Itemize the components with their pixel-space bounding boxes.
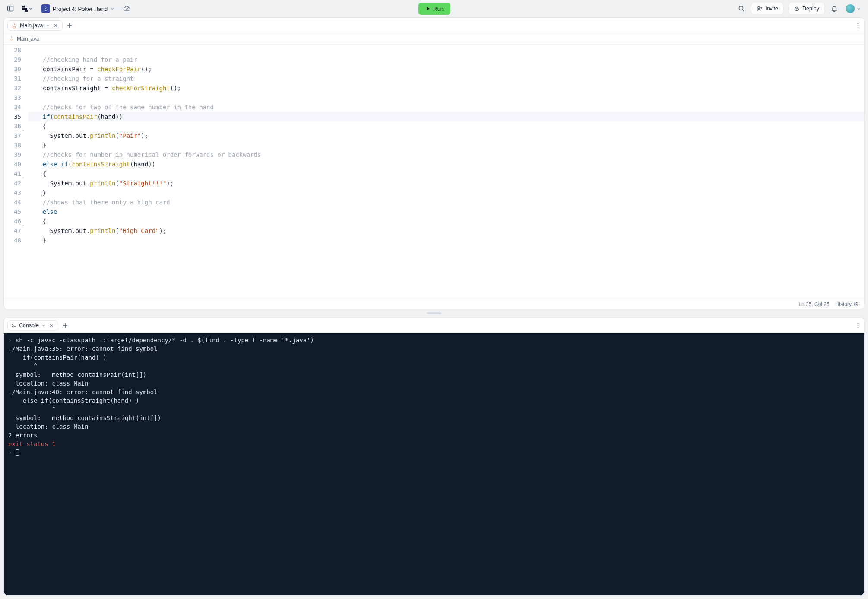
account-menu[interactable] bbox=[844, 2, 863, 15]
code-line[interactable]: { bbox=[28, 169, 864, 178]
code-line[interactable] bbox=[28, 45, 864, 55]
invite-button[interactable]: Invite bbox=[751, 3, 784, 14]
svg-rect-0 bbox=[8, 6, 13, 11]
chevron-down-icon bbox=[110, 6, 114, 11]
gutter-line: 30 bbox=[4, 64, 21, 74]
cloud-check-icon bbox=[123, 6, 131, 12]
gutter-line: 43 bbox=[4, 188, 21, 198]
console-line: ^ bbox=[8, 362, 860, 370]
toggle-sidebar-button[interactable] bbox=[5, 3, 16, 14]
code-line[interactable]: else bbox=[28, 207, 864, 217]
code-line[interactable]: //checking hand for a pair bbox=[28, 55, 864, 64]
panel-icon bbox=[7, 5, 14, 12]
code-line[interactable]: } bbox=[28, 188, 864, 198]
gutter-line: 31 bbox=[4, 74, 21, 83]
editor-tab-label: Main.java bbox=[20, 22, 43, 29]
chevron-down-icon bbox=[41, 323, 46, 328]
bell-icon bbox=[831, 5, 838, 12]
svg-point-10 bbox=[796, 8, 797, 9]
code-line[interactable]: System.out.println("Pair"); bbox=[28, 131, 864, 140]
fold-chevron-icon[interactable]: ⌄ bbox=[22, 172, 25, 182]
history-button[interactable]: History bbox=[836, 301, 859, 307]
editor-breadcrumb[interactable]: Main.java bbox=[4, 33, 864, 45]
console-prompt-line[interactable]: › bbox=[8, 448, 860, 457]
chevron-down-icon bbox=[29, 6, 33, 11]
editor-more-button[interactable] bbox=[855, 21, 861, 30]
run-button[interactable]: Run bbox=[418, 3, 450, 15]
console-line: location: class Main bbox=[8, 422, 860, 431]
code-line[interactable]: } bbox=[28, 140, 864, 150]
fold-chevron-icon[interactable]: ⌄ bbox=[22, 220, 25, 229]
top-bar: Project 4: Poker Hand Run Invite bbox=[0, 0, 868, 17]
console-line: ^ bbox=[8, 405, 860, 414]
deploy-button[interactable]: Deploy bbox=[788, 3, 825, 14]
gutter-line: 42 bbox=[4, 178, 21, 188]
terminal-icon bbox=[11, 323, 16, 328]
console-line: ./Main.java:40: error: cannot find symbo… bbox=[8, 388, 860, 396]
gutter-line: 40 bbox=[4, 159, 21, 169]
cloud-sync-button[interactable] bbox=[121, 4, 133, 13]
console-line: if(containsPair(hand) ) bbox=[8, 353, 860, 362]
run-button-label: Run bbox=[433, 6, 444, 12]
gutter-line: 38 bbox=[4, 140, 21, 150]
plus-icon bbox=[67, 23, 72, 28]
history-icon bbox=[853, 301, 859, 307]
console-line: 2 errors bbox=[8, 431, 860, 440]
panel-splitter[interactable] bbox=[3, 312, 865, 315]
code-line[interactable]: { bbox=[28, 121, 864, 131]
notifications-button[interactable] bbox=[829, 3, 839, 14]
gutter-line: 33 bbox=[4, 93, 21, 102]
avatar bbox=[846, 4, 855, 13]
new-tab-button[interactable] bbox=[65, 21, 74, 30]
svg-rect-4 bbox=[25, 10, 28, 12]
svg-point-5 bbox=[739, 6, 743, 10]
code-line[interactable]: System.out.println("High Card"); bbox=[28, 226, 864, 236]
console-more-button[interactable] bbox=[855, 321, 861, 330]
code-line[interactable]: containsPair = checkForPair(); bbox=[28, 64, 864, 74]
chevron-down-icon bbox=[46, 23, 50, 28]
deploy-button-label: Deploy bbox=[802, 6, 819, 12]
fold-chevron-icon[interactable]: ⌄ bbox=[22, 124, 25, 134]
splitter-grip bbox=[427, 312, 441, 314]
gutter-line: 36⌄ bbox=[4, 121, 21, 131]
console-line: symbol: method containsStraight(int[]) bbox=[8, 414, 860, 422]
gutter-line: 44 bbox=[4, 198, 21, 207]
code-line[interactable]: //checking for a straight bbox=[28, 74, 864, 83]
console-tabstrip: Console bbox=[4, 318, 864, 333]
code-line[interactable]: else if(containsStraight(hand)) bbox=[28, 159, 864, 169]
gutter-line: 41⌄ bbox=[4, 169, 21, 178]
replit-logo-icon bbox=[22, 5, 29, 12]
code-line[interactable]: { bbox=[28, 217, 864, 226]
gutter-line: 28 bbox=[4, 45, 21, 55]
close-tab-button[interactable] bbox=[53, 22, 59, 29]
code-editor[interactable]: 282930313233343536⌄3738394041⌄4243444546… bbox=[4, 45, 864, 299]
code-line[interactable]: //checks for number in numerical order f… bbox=[28, 150, 864, 159]
project-selector[interactable]: Project 4: Poker Hand bbox=[39, 3, 117, 15]
new-console-tab-button[interactable] bbox=[61, 321, 70, 330]
search-button[interactable] bbox=[736, 3, 747, 14]
code-line[interactable]: containsStraight = checkForStraight(); bbox=[28, 83, 864, 93]
editor-tabstrip: Main.java bbox=[4, 18, 864, 33]
editor-panel: Main.java bbox=[3, 17, 865, 309]
close-tab-button[interactable] bbox=[48, 322, 54, 328]
console-tab[interactable]: Console bbox=[7, 320, 58, 331]
code-line[interactable]: //shows that there only a high card bbox=[28, 198, 864, 207]
gutter-line: 29 bbox=[4, 55, 21, 64]
code-line[interactable]: if(containsPair(hand)) bbox=[28, 112, 864, 121]
kebab-icon bbox=[857, 322, 859, 328]
console-line: › sh -c javac -classpath .:target/depend… bbox=[8, 336, 860, 344]
plus-icon bbox=[63, 323, 68, 328]
app-logo-button[interactable] bbox=[20, 3, 35, 14]
code-line[interactable] bbox=[28, 93, 864, 102]
gutter-line: 47 bbox=[4, 226, 21, 236]
close-icon bbox=[49, 323, 54, 328]
code-line[interactable]: //checks for two of the same number in t… bbox=[28, 102, 864, 112]
java-file-icon bbox=[8, 36, 14, 42]
console-line: ./Main.java:35: error: cannot find symbo… bbox=[8, 344, 860, 353]
editor-tab-main[interactable]: Main.java bbox=[7, 20, 63, 31]
play-icon bbox=[425, 6, 431, 11]
code-line[interactable]: } bbox=[28, 236, 864, 245]
code-line[interactable]: System.out.println("Straight!!!"); bbox=[28, 178, 864, 188]
svg-point-16 bbox=[858, 25, 859, 26]
console-output[interactable]: › sh -c javac -classpath .:target/depend… bbox=[4, 333, 864, 595]
